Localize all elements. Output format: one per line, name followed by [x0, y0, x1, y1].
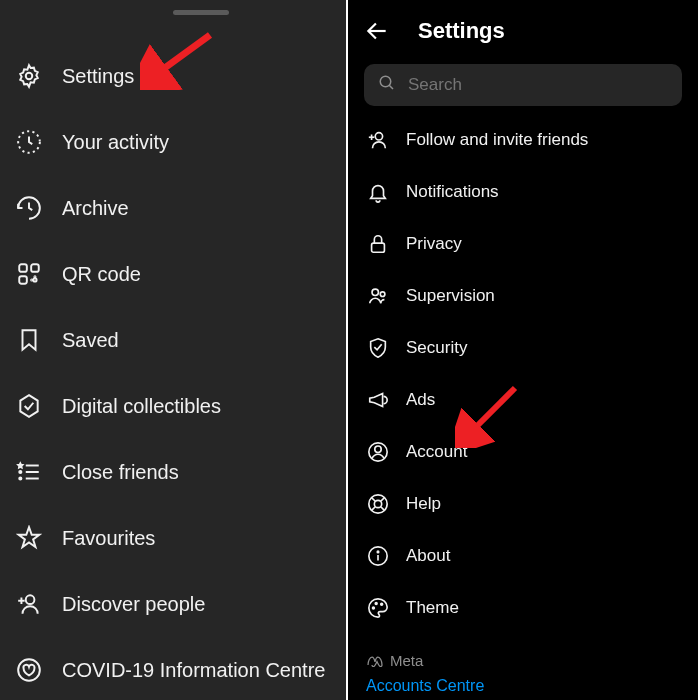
- svg-point-39: [381, 603, 383, 605]
- account-icon: [366, 440, 390, 464]
- settings-item-about[interactable]: About: [348, 530, 698, 582]
- person-plus-icon: [14, 589, 44, 619]
- page-title: Settings: [418, 18, 505, 44]
- menu-label: Saved: [62, 329, 119, 352]
- menu-item-covid[interactable]: COVID-19 Information Centre: [0, 637, 346, 700]
- menu-item-activity[interactable]: Your activity: [0, 109, 346, 175]
- menu-label: Archive: [62, 197, 129, 220]
- settings-item-ads[interactable]: Ads: [348, 374, 698, 426]
- svg-point-25: [380, 292, 385, 297]
- search-icon: [378, 74, 408, 96]
- menu-label: COVID-19 Information Centre: [62, 659, 325, 682]
- svg-line-33: [372, 507, 376, 511]
- heart-circle-icon: [14, 655, 44, 685]
- meta-section: Meta Accounts Centre: [348, 634, 698, 695]
- menu-label: Notifications: [406, 182, 499, 202]
- list-star-icon: [14, 457, 44, 487]
- menu-label: Favourites: [62, 527, 155, 550]
- bell-icon: [366, 180, 390, 204]
- svg-point-24: [372, 289, 378, 295]
- gear-icon: [14, 61, 44, 91]
- menu-item-discover[interactable]: Discover people: [0, 571, 346, 637]
- lifebuoy-icon: [366, 492, 390, 516]
- settings-item-account[interactable]: Account: [348, 426, 698, 478]
- menu-label: Settings: [62, 65, 134, 88]
- menu-label: Discover people: [62, 593, 205, 616]
- svg-point-38: [375, 603, 377, 605]
- settings-item-security[interactable]: Security: [348, 322, 698, 374]
- menu-item-close-friends[interactable]: Close friends: [0, 439, 346, 505]
- menu-item-archive[interactable]: Archive: [0, 175, 346, 241]
- archive-icon: [14, 193, 44, 223]
- star-icon: [14, 523, 44, 553]
- menu-label: Security: [406, 338, 467, 358]
- meta-brand: Meta: [366, 652, 680, 669]
- meta-icon: [366, 655, 384, 667]
- menu-label: QR code: [62, 263, 141, 286]
- activity-icon: [14, 127, 44, 157]
- bookmark-icon: [14, 325, 44, 355]
- svg-point-11: [19, 471, 21, 473]
- menu-item-qr[interactable]: QR code: [0, 241, 346, 307]
- svg-point-20: [375, 133, 382, 140]
- person-plus-icon: [366, 128, 390, 152]
- svg-rect-23: [372, 243, 385, 252]
- people-icon: [366, 284, 390, 308]
- svg-point-6: [34, 276, 35, 277]
- svg-rect-3: [31, 264, 39, 272]
- megaphone-icon: [366, 388, 390, 412]
- drag-handle[interactable]: [173, 10, 229, 15]
- info-icon: [366, 544, 390, 568]
- shield-icon: [366, 336, 390, 360]
- settings-header: Settings: [348, 0, 698, 64]
- svg-line-19: [389, 85, 393, 89]
- search-input[interactable]: [408, 75, 668, 95]
- back-icon[interactable]: [364, 18, 390, 44]
- svg-line-31: [381, 507, 385, 511]
- settings-item-notifications[interactable]: Notifications: [348, 166, 698, 218]
- svg-point-29: [374, 500, 381, 507]
- menu-label: Supervision: [406, 286, 495, 306]
- svg-point-36: [377, 551, 378, 552]
- svg-rect-2: [19, 264, 27, 272]
- accounts-centre-link[interactable]: Accounts Centre: [366, 677, 680, 695]
- menu-label: Close friends: [62, 461, 179, 484]
- svg-point-5: [33, 278, 36, 281]
- svg-point-12: [19, 477, 21, 479]
- svg-point-37: [373, 607, 375, 609]
- svg-point-27: [375, 446, 381, 452]
- menu-label: Digital collectibles: [62, 395, 221, 418]
- search-box[interactable]: [364, 64, 682, 106]
- menu-label: Theme: [406, 598, 459, 618]
- lock-icon: [366, 232, 390, 256]
- svg-line-32: [381, 498, 385, 502]
- menu-label: Your activity: [62, 131, 169, 154]
- settings-item-theme[interactable]: Theme: [348, 582, 698, 634]
- settings-item-supervision[interactable]: Supervision: [348, 270, 698, 322]
- menu-label: Privacy: [406, 234, 462, 254]
- menu-label: Ads: [406, 390, 435, 410]
- profile-menu-panel: Settings Your activity Archive QR code S…: [0, 0, 348, 700]
- hexagon-check-icon: [14, 391, 44, 421]
- menu-label: Help: [406, 494, 441, 514]
- menu-label: About: [406, 546, 450, 566]
- palette-icon: [366, 596, 390, 620]
- svg-point-0: [26, 73, 33, 80]
- menu-item-collectibles[interactable]: Digital collectibles: [0, 373, 346, 439]
- menu-label: Account: [406, 442, 467, 462]
- qr-icon: [14, 259, 44, 289]
- svg-point-7: [31, 279, 32, 280]
- svg-rect-4: [19, 276, 27, 284]
- settings-panel: Settings Follow and invite friends Notif…: [348, 0, 698, 700]
- svg-line-30: [372, 498, 376, 502]
- settings-item-follow[interactable]: Follow and invite friends: [348, 114, 698, 166]
- menu-item-settings[interactable]: Settings: [0, 43, 346, 109]
- menu-item-favourites[interactable]: Favourites: [0, 505, 346, 571]
- svg-point-18: [380, 76, 391, 87]
- menu-item-saved[interactable]: Saved: [0, 307, 346, 373]
- settings-item-help[interactable]: Help: [348, 478, 698, 530]
- menu-label: Follow and invite friends: [406, 130, 588, 150]
- settings-item-privacy[interactable]: Privacy: [348, 218, 698, 270]
- svg-point-13: [26, 595, 35, 604]
